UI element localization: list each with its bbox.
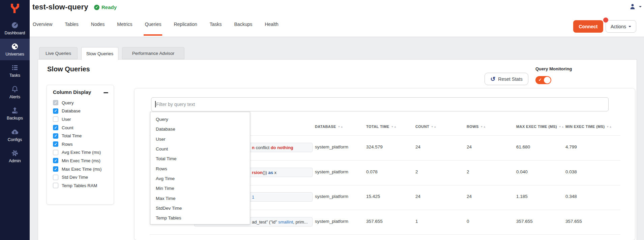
tab-tables[interactable]: Tables [65,19,78,36]
yugabyte-logo[interactable] [0,1,30,15]
database-cell: system_platform [315,169,348,174]
toggle-knob [544,77,551,83]
tab-tasks[interactable]: Tasks [210,19,222,36]
min-exec-cell: 4.799 [565,144,577,149]
checkbox-query[interactable]: ✓ [53,100,58,105]
checkbox-label: Min Exec Time (ms) [62,158,100,163]
column-option-rows[interactable]: ✓Rows [53,140,111,148]
column-header-min-exec-time-ms[interactable]: MIN EXEC TIME (MS)▼▲ [565,125,612,129]
column-header-max-exec-time-ms[interactable]: MAX EXEC TIME (MS)▼▲ [516,125,564,129]
column-header-rows[interactable]: ROWS▼▲ [467,125,486,129]
tab-overview[interactable]: Overview [33,19,52,36]
query-token: conflict [255,145,271,150]
checkbox-count[interactable]: ✓ [53,125,58,130]
checkbox-max-exec-time-ms[interactable]: ✓ [53,166,58,172]
sidebar-item-backups[interactable]: Backups [0,103,30,124]
sidebar-item-label: Dashboard [4,31,25,35]
dropdown-item-stddev-time[interactable]: StdDev Time [150,203,250,213]
column-header-total-time[interactable]: TOTAL TIME▼▲ [366,125,397,129]
max-exec-cell: 61.680 [516,144,530,149]
subtab-live-queries[interactable]: Live Queries [39,47,78,59]
dropdown-item-count[interactable]: Count [150,144,250,154]
sidebar: DashboardUniversesTasksAlertsBackupsConf… [0,0,30,240]
column-option-max-exec-time-ms[interactable]: ✓Max Exec Time (ms) [53,165,111,173]
query-filter-input[interactable] [151,97,609,111]
subtab-slow-queries[interactable]: Slow Queries [81,47,118,60]
query-token: smallint [278,219,293,225]
tab-replication[interactable]: Replication [174,19,197,36]
column-header-label: TOTAL TIME [366,125,389,129]
user-menu[interactable] [628,3,642,11]
checkbox-rows[interactable]: ✓ [53,141,58,147]
column-option-database[interactable]: ✓Database [53,107,111,115]
dropdown-item-rows[interactable]: Rows [150,164,250,173]
connect-button[interactable]: Connect [573,20,603,33]
checkbox-avg-exec-time-ms[interactable] [53,150,58,155]
notification-dot [603,18,608,23]
checkbox-user[interactable] [53,116,58,122]
min-exec-cell: 0.348 [565,194,577,199]
tab-health[interactable]: Health [265,19,278,36]
database-cell: system_platform [315,219,348,224]
check-circle-icon: ✓ [94,5,99,10]
column-option-query[interactable]: ✓Query [53,99,111,107]
column-option-temp-tables-ram[interactable]: Temp Tables RAM [53,181,111,190]
sidebar-item-admin[interactable]: Admin [0,145,30,167]
reset-stats-button[interactable]: ↺ Reset Stats [485,73,528,85]
tab-queries[interactable]: Queries [145,19,161,36]
sidebar-item-label: Admin [9,159,21,163]
count-cell: 1 [415,219,418,224]
database-cell: system_platform [315,194,348,199]
queries-subtabs: Live QueriesSlow QueriesPerformance Advi… [39,47,184,60]
rows-cell: 0 [467,219,469,224]
checkbox-label: Std Dev Time [62,175,88,180]
column-option-count[interactable]: ✓Count [53,124,111,132]
user-icon [628,3,637,11]
query-monitoring-toggle[interactable]: ✓ [535,76,551,84]
toggle-check-icon: ✓ [538,77,542,82]
total-time-cell: 15.425 [366,194,380,199]
collapse-minus-icon[interactable] [104,92,108,93]
tab-metrics[interactable]: Metrics [117,19,132,36]
sidebar-item-configs[interactable]: Configs [0,124,30,145]
checkbox-temp-tables-ram[interactable] [53,183,58,188]
dropdown-item-total-time[interactable]: Total Time [150,154,250,164]
dropdown-item-query[interactable]: Query [150,114,250,124]
dropdown-item-user[interactable]: User [150,134,250,144]
dropdown-item-avg-time[interactable]: Avg Time [150,174,250,183]
count-cell: 24 [415,194,420,199]
column-display-title: Column Display [53,89,91,95]
sidebar-item-alerts[interactable]: Alerts [0,81,30,103]
sidebar-item-universes[interactable]: Universes [0,39,30,60]
cloud-icon [11,128,19,136]
column-option-min-exec-time-ms[interactable]: ✓Min Exec Time (ms) [53,157,111,165]
checkbox-total-time[interactable]: ✓ [53,133,58,139]
reset-icon: ↺ [490,76,495,82]
checkbox-std-dev-time[interactable] [53,175,58,180]
column-option-avg-exec-time-ms[interactable]: Avg Exec Time (ms) [53,148,111,157]
checkbox-database[interactable]: ✓ [53,108,58,114]
column-header-count[interactable]: COUNT▼▲ [415,125,437,129]
dropdown-item-database[interactable]: Database [150,124,250,134]
sidebar-item-tasks[interactable]: Tasks [0,60,30,81]
subtab-performance-advisor[interactable]: Performance Advisor [122,47,184,59]
sidebar-item-label: Alerts [9,95,20,99]
column-header-database[interactable]: DATABASE▼▲ [315,125,344,129]
column-option-user[interactable]: User [53,115,111,124]
column-option-std-dev-time[interactable]: Std Dev Time [53,173,111,181]
tab-backups[interactable]: Backups [234,19,253,36]
dropdown-item-temp-tables[interactable]: Temp Tables [150,213,250,223]
checkbox-min-exec-time-ms[interactable]: ✓ [53,158,58,163]
dropdown-item-max-time[interactable]: Max Time [150,193,250,203]
dropdown-item-min-time[interactable]: Min Time [150,183,250,193]
sidebar-item-label: Tasks [9,73,20,78]
sort-icons: ▼▲ [391,125,397,128]
sort-icons: ▼▲ [559,125,564,128]
column-option-total-time[interactable]: ✓Total Time [53,132,111,140]
sidebar-item-dashboard[interactable]: Dashboard [0,18,30,39]
max-exec-cell: 357.655 [516,219,533,224]
column-header-label: MAX EXEC TIME (MS) [516,125,557,129]
actions-button[interactable]: Actions [606,20,636,33]
tab-nodes[interactable]: Nodes [91,19,105,36]
app-window: test-slow-query ✓ Ready OverviewTablesNo… [0,0,644,240]
